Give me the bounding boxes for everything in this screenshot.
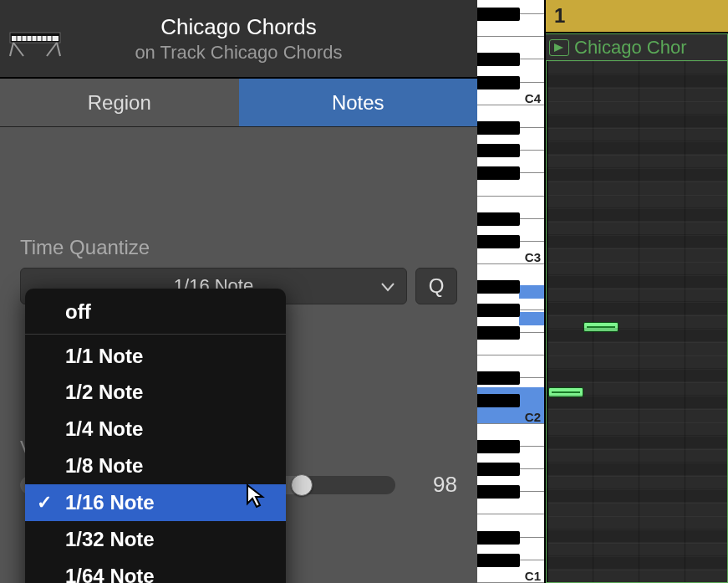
quantize-option-1-16[interactable]: ✓1/16 Note — [25, 484, 286, 521]
quantize-option-label: 1/64 Note — [65, 565, 155, 583]
quantize-option-off[interactable]: off — [25, 294, 286, 330]
region-name-bar[interactable]: Chicago Chor — [546, 33, 728, 61]
inspector-tabs: Region Notes — [0, 79, 477, 127]
highlighted-key[interactable] — [519, 285, 544, 299]
grid-dark-row — [547, 488, 727, 502]
inspector-panel: Chicago Chords on Track Chicago Chords R… — [0, 0, 479, 583]
black-key[interactable] — [477, 121, 519, 135]
time-quantize-dropdown[interactable]: off 1/1 Note 1/2 Note 1/4 Note 1/8 Note … — [25, 289, 286, 583]
grid-dark-row — [547, 328, 727, 341]
grid-dark-row — [547, 167, 727, 181]
grid-dark-row — [547, 555, 727, 569]
black-key[interactable] — [477, 531, 519, 545]
grid-dark-row — [547, 274, 727, 288]
grid-dark-row — [547, 301, 727, 315]
black-key[interactable] — [477, 144, 519, 157]
svg-line-13 — [47, 43, 57, 56]
instrument-icon — [7, 8, 69, 69]
black-key[interactable] — [477, 463, 519, 476]
grid-dark-row — [547, 234, 727, 248]
piano-roll-editor: 1 Chicago Chor — [546, 0, 728, 583]
grid-dark-row — [547, 114, 727, 127]
region-name: Chicago Chor — [574, 37, 687, 59]
time-quantize-label: Time Quantize — [20, 236, 457, 259]
velocity-slider-thumb[interactable] — [291, 474, 313, 496]
black-key[interactable] — [477, 166, 519, 180]
highlighted-key[interactable] — [519, 312, 544, 325]
quantize-option-label: off — [65, 300, 91, 324]
grid-dark-row — [547, 74, 727, 87]
quantize-option-1-4[interactable]: 1/4 Note — [25, 411, 286, 447]
timeline-ruler[interactable]: 1 — [546, 0, 728, 33]
quantize-option-label: 1/32 Note — [65, 528, 155, 551]
black-key[interactable] — [477, 280, 519, 294]
quantize-option-1-32[interactable]: 1/32 Note — [25, 521, 286, 558]
quantize-button[interactable]: Q — [415, 268, 457, 304]
grid-dark-row — [547, 435, 727, 448]
quantize-option-label: 1/8 Note — [65, 454, 143, 478]
black-key[interactable] — [477, 8, 519, 21]
play-icon — [549, 39, 569, 56]
grid-dark-row — [547, 395, 727, 408]
quantize-option-label: 1/4 Note — [65, 417, 143, 441]
region-title: Chicago Chords — [69, 14, 409, 40]
piano-roll-grid[interactable] — [546, 61, 728, 583]
velocity-value: 98 — [410, 472, 457, 498]
chevron-down-icon — [381, 275, 395, 297]
svg-line-10 — [10, 43, 13, 56]
black-key[interactable] — [477, 212, 519, 226]
piano-keyboard[interactable]: C1C2C3C4 — [479, 0, 546, 583]
grid-dark-row — [547, 207, 727, 221]
bar-number: 1 — [554, 4, 565, 28]
black-key[interactable] — [477, 394, 519, 407]
grid-dark-row — [547, 141, 727, 154]
quantize-option-label: 1/1 Note — [65, 345, 143, 368]
svg-line-11 — [13, 43, 23, 56]
grid-dark-row — [547, 529, 727, 542]
black-key[interactable] — [477, 76, 519, 89]
grid-dark-row — [547, 368, 727, 381]
black-key[interactable] — [477, 485, 519, 499]
black-key[interactable] — [477, 554, 519, 567]
quantize-option-1-8[interactable]: 1/8 Note — [25, 447, 286, 484]
black-key[interactable] — [477, 440, 519, 453]
inspector-header: Chicago Chords on Track Chicago Chords — [0, 0, 477, 79]
region-subtitle: on Track Chicago Chords — [69, 42, 409, 64]
tab-notes[interactable]: Notes — [239, 79, 478, 126]
black-key[interactable] — [477, 53, 519, 66]
quantize-option-label: 1/16 Note — [65, 491, 155, 514]
black-key[interactable] — [477, 304, 519, 317]
quantize-option-1-64[interactable]: 1/64 Note — [25, 558, 286, 583]
svg-line-12 — [57, 43, 60, 56]
quantize-option-1-2[interactable]: 1/2 Note — [25, 374, 286, 411]
tab-region[interactable]: Region — [0, 79, 239, 126]
black-key[interactable] — [477, 371, 519, 385]
quantize-option-label: 1/2 Note — [65, 381, 143, 404]
black-key[interactable] — [477, 235, 519, 248]
grid-dark-row — [547, 462, 727, 475]
black-key[interactable] — [477, 326, 519, 340]
check-icon: ✓ — [37, 492, 52, 514]
quantize-option-1-1[interactable]: 1/1 Note — [25, 334, 286, 374]
